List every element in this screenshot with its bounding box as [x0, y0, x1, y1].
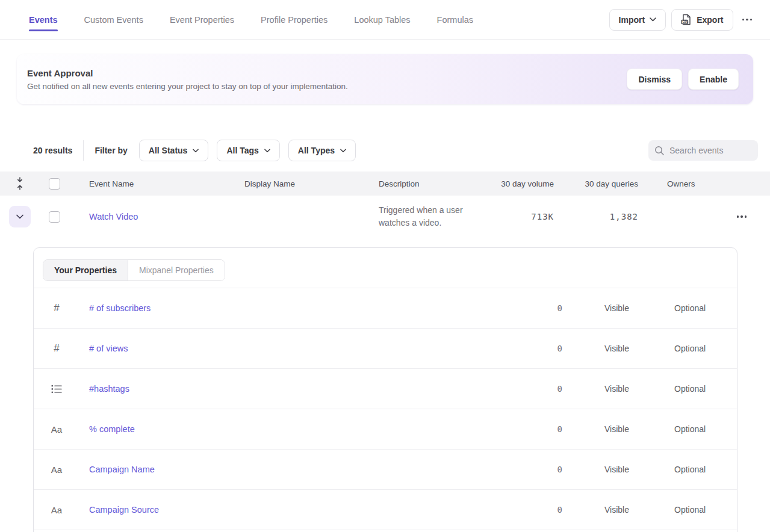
header-display-name: Display Name [244, 179, 379, 188]
text-type-icon: Aa [51, 465, 62, 475]
event-row-watch-video: Watch Video Triggered when a user watche… [0, 196, 770, 238]
import-button-label: Import [619, 15, 645, 25]
export-button[interactable]: CSV Export [671, 9, 733, 31]
property-queries: 0 [526, 344, 562, 353]
property-visibility: Visible [586, 344, 653, 353]
property-visibility: Visible [586, 384, 653, 394]
tab-profile-properties[interactable]: Profile Properties [261, 1, 328, 39]
property-queries: 0 [526, 384, 562, 394]
property-queries: 0 [526, 465, 562, 474]
status-filter-label: All Status [149, 146, 188, 155]
event-name-link[interactable]: Watch Video [89, 212, 138, 221]
property-name-link[interactable]: # of subscribers [89, 303, 151, 313]
property-requirement: Optional [653, 344, 737, 353]
select-all-checkbox[interactable] [49, 178, 60, 190]
property-queries: 0 [526, 424, 562, 434]
search-input[interactable] [669, 146, 752, 155]
chevron-down-icon [340, 149, 346, 153]
event-description: Triggered when a user watches a video. [379, 204, 476, 229]
property-requirement: Optional [653, 505, 737, 515]
tab-event-properties[interactable]: Event Properties [170, 1, 234, 39]
dismiss-button[interactable]: Dismiss [627, 69, 682, 90]
property-visibility: Visible [586, 303, 653, 313]
collapse-all-icon[interactable] [16, 177, 24, 190]
properties-tab-group: Your Properties Mixpanel Properties [43, 259, 225, 281]
property-visibility: Visible [586, 465, 653, 474]
more-options-button[interactable] [739, 14, 756, 26]
header-description: Description [379, 179, 494, 188]
tab-your-properties[interactable]: Your Properties [43, 260, 128, 280]
results-count: 20 results [33, 146, 72, 155]
collapse-row-button[interactable] [9, 206, 31, 227]
banner-subtitle: Get notified on all new events entering … [27, 82, 348, 91]
row-checkbox[interactable] [49, 211, 60, 223]
event-volume: 713K [531, 212, 554, 221]
chevron-down-icon [264, 149, 270, 153]
search-box [648, 140, 758, 161]
property-name-link[interactable]: #hashtags [89, 384, 129, 394]
row-more-options-button[interactable] [733, 211, 751, 223]
tab-events[interactable]: Events [29, 1, 58, 39]
search-icon [654, 146, 665, 156]
nav-tabs: Events Custom Events Event Properties Pr… [29, 1, 473, 39]
property-row: # # of subscribers 0 Visible Optional [34, 288, 737, 329]
property-requirement: Optional [653, 384, 737, 394]
event-queries: 1,382 [610, 212, 638, 221]
chevron-down-icon [650, 17, 656, 22]
property-requirement: Optional [653, 303, 737, 313]
status-filter-dropdown[interactable]: All Status [139, 140, 209, 161]
property-row: Aa % complete 0 Visible Optional [34, 409, 737, 450]
divider [83, 140, 84, 161]
property-name-link[interactable]: # of views [89, 344, 128, 353]
property-queries: 0 [526, 505, 562, 515]
tab-lookup-tables[interactable]: Lookup Tables [354, 1, 410, 39]
property-row: #hashtags 0 Visible Optional [34, 369, 737, 409]
number-type-icon: # [54, 302, 59, 314]
filter-bar: 20 results Filter by All Status All Tags… [33, 140, 758, 161]
header-30-day-volume: 30 day volume [494, 179, 554, 188]
types-filter-label: All Types [298, 146, 335, 155]
property-name-link[interactable]: Campaign Source [89, 505, 159, 515]
header-event-name: Event Name [89, 179, 244, 188]
enable-button[interactable]: Enable [688, 69, 739, 90]
property-name-link[interactable]: % complete [89, 424, 135, 434]
svg-text:CSV: CSV [683, 20, 689, 23]
tags-filter-dropdown[interactable]: All Tags [217, 140, 279, 161]
chevron-down-icon [193, 149, 199, 153]
tab-mixpanel-properties[interactable]: Mixpanel Properties [128, 260, 225, 280]
property-row: Aa Campaign Name 0 Visible Optional [34, 450, 737, 490]
property-row: Aa Campaign Source 0 Visible Optional [34, 490, 737, 530]
text-type-icon: Aa [51, 424, 62, 435]
header-30-day-queries: 30 day queries [554, 179, 638, 188]
list-type-icon [51, 385, 62, 394]
export-button-label: Export [697, 15, 723, 25]
property-requirement: Optional [653, 465, 737, 474]
tab-custom-events[interactable]: Custom Events [84, 1, 143, 39]
tags-filter-label: All Tags [226, 146, 258, 155]
tab-formulas[interactable]: Formulas [437, 1, 473, 39]
property-visibility: Visible [586, 424, 653, 434]
property-name-link[interactable]: Campaign Name [89, 465, 155, 474]
header-owners: Owners [638, 179, 722, 188]
property-row: # # of views 0 Visible Optional [34, 329, 737, 369]
text-type-icon: Aa [51, 505, 62, 515]
filter-by-label: Filter by [95, 146, 127, 155]
property-visibility: Visible [586, 505, 653, 515]
import-button[interactable]: Import [609, 9, 666, 31]
types-filter-dropdown[interactable]: All Types [288, 140, 356, 161]
property-queries: 0 [526, 303, 562, 313]
csv-file-icon: CSV [681, 14, 692, 25]
property-requirement: Optional [653, 424, 737, 434]
event-properties-panel: Your Properties Mixpanel Properties # # … [33, 247, 737, 532]
number-type-icon: # [54, 342, 59, 354]
events-table-header: Event Name Display Name Description 30 d… [0, 172, 770, 196]
event-approval-banner: Event Approval Get notified on all new e… [17, 54, 753, 104]
top-navigation: Events Custom Events Event Properties Pr… [0, 0, 770, 40]
banner-title: Event Approval [27, 68, 348, 78]
